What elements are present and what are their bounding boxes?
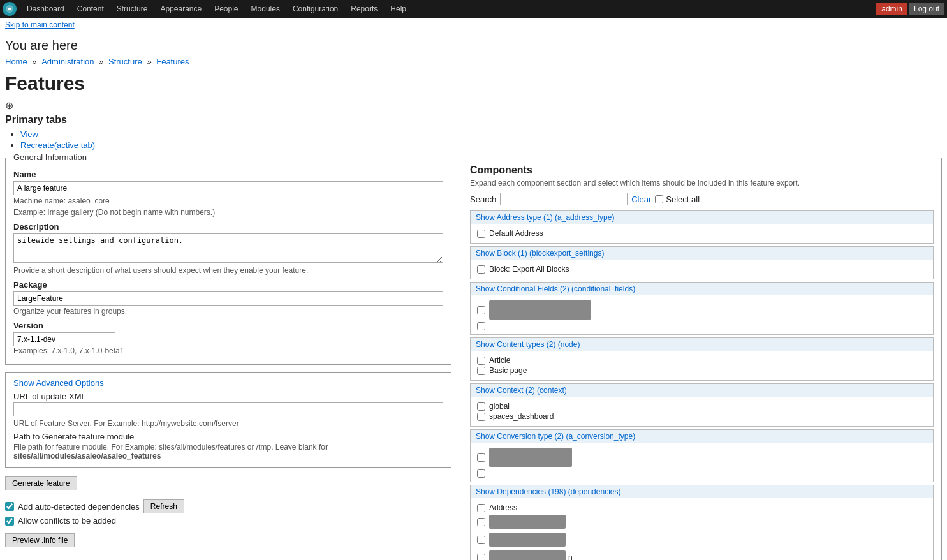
url-note: URL of Feature Server. For Example: http… — [13, 419, 443, 428]
checkbox-conversion-1[interactable] — [477, 453, 485, 462]
tab-view-link[interactable]: View — [20, 129, 38, 139]
refresh-button[interactable]: Refresh — [143, 499, 184, 513]
item-address: Address — [477, 503, 927, 512]
nav-content[interactable]: Content — [71, 0, 110, 18]
section-block-link[interactable]: Show Block (1) (blockexport_settings) — [476, 249, 604, 258]
label-article: Article — [489, 356, 510, 365]
version-input[interactable] — [13, 332, 115, 346]
section-conditional-link[interactable]: Show Conditional Fields (2) (conditional… — [476, 284, 635, 293]
section-dependencies-body[interactable]: Address n — [471, 498, 933, 560]
section-context-body: global spaces_dashboard — [471, 397, 933, 426]
primary-tabs-list: View Recreate(active tab) — [5, 129, 942, 150]
section-address-type-link[interactable]: Show Address type (1) (a_address_type) — [476, 213, 614, 222]
name-example-note: Example: Image gallery (Do not begin nam… — [13, 208, 443, 217]
breadcrumb-features[interactable]: Features — [156, 57, 189, 66]
tab-recreate-link[interactable]: Recreate(active tab) — [20, 140, 95, 150]
desc-input[interactable]: sitewide settings and configuration. — [13, 233, 443, 263]
section-content-types: Show Content types (2) (node) Article Ba… — [470, 337, 934, 381]
nav-appearance[interactable]: Appearance — [154, 0, 208, 18]
plus-icon[interactable]: ⊕ — [0, 97, 947, 114]
checkbox-conditional-1[interactable] — [477, 306, 485, 314]
nav-modules[interactable]: Modules — [245, 0, 286, 18]
nav-dashboard[interactable]: Dashboard — [20, 0, 71, 18]
item-global: global — [477, 402, 927, 411]
machine-name-note: Machine name: asaleo_core — [13, 196, 443, 205]
nav-right: admin Log out — [876, 3, 944, 15]
url-label: URL of update XML — [13, 392, 443, 401]
url-input[interactable] — [13, 402, 443, 416]
select-all-checkbox[interactable] — [655, 195, 663, 203]
section-dependencies: Show Dependencies (198) (dependencies) A… — [470, 485, 934, 560]
item-basic-page: Basic page — [477, 366, 927, 375]
skip-link[interactable]: Skip to main content — [0, 18, 947, 32]
left-panel: General Information Name Machine name: a… — [5, 158, 451, 560]
tab-view: View — [20, 129, 942, 139]
label-spaces-dashboard: spaces_dashboard — [489, 412, 554, 421]
checkbox-spaces-dashboard[interactable] — [477, 413, 485, 421]
search-input[interactable] — [500, 193, 628, 205]
checkbox-dep-3[interactable] — [477, 536, 485, 544]
nav-reports[interactable]: Reports — [344, 0, 384, 18]
preview-info-button[interactable]: Preview .info file — [5, 533, 75, 547]
breadcrumb-structure[interactable]: Structure — [108, 57, 142, 66]
select-all-label: Select all — [666, 195, 700, 204]
name-input[interactable] — [13, 181, 443, 195]
nav-people[interactable]: People — [208, 0, 244, 18]
general-info-legend: General Information — [11, 152, 89, 162]
nav-help[interactable]: Help — [384, 0, 413, 18]
item-article: Article — [477, 356, 927, 365]
section-dependencies-link[interactable]: Show Dependencies (198) (dependencies) — [476, 487, 620, 496]
name-label: Name — [13, 170, 443, 179]
checkbox-article[interactable] — [477, 357, 485, 365]
tab-recreate: Recreate(active tab) — [20, 140, 942, 150]
auto-detect-checkbox[interactable] — [5, 502, 14, 511]
checkbox-dep-2[interactable] — [477, 518, 485, 526]
breadcrumb-home[interactable]: Home — [5, 57, 27, 66]
section-block-header: Show Block (1) (blockexport_settings) — [471, 247, 933, 260]
logout-button[interactable]: Log out — [909, 3, 944, 15]
section-address-type-header: Show Address type (1) (a_address_type) — [471, 211, 933, 224]
checkbox-address[interactable] — [477, 504, 485, 512]
section-conversion-link[interactable]: Show Conversion type (2) (a_conversion_t… — [476, 432, 635, 441]
show-advanced-link[interactable]: Show Advanced Options — [13, 378, 104, 388]
item-default-address: Default Address — [477, 229, 927, 238]
section-content-types-link[interactable]: Show Content types (2) (node) — [476, 340, 580, 349]
breadcrumb-sep-3: » — [147, 57, 154, 66]
breadcrumb-sep-2: » — [99, 57, 106, 66]
primary-tabs-heading: Primary tabs — [5, 114, 942, 126]
section-conversion-type: Show Conversion type (2) (a_conversion_t… — [470, 429, 934, 482]
blurred-dep-2 — [489, 515, 566, 529]
blurred-conditional-1 — [489, 300, 591, 320]
clear-button[interactable]: Clear — [631, 195, 651, 204]
site-logo[interactable] — [3, 2, 17, 16]
section-conditional-fields: Show Conditional Fields (2) (conditional… — [470, 282, 934, 335]
allow-conflicts-checkbox[interactable] — [5, 517, 14, 526]
item-spaces-dashboard: spaces_dashboard — [477, 412, 927, 421]
section-conditional-header: Show Conditional Fields (2) (conditional… — [471, 283, 933, 295]
checkbox-conditional-2[interactable] — [477, 322, 485, 330]
section-content-types-body: Article Basic page — [471, 351, 933, 380]
checkbox-conversion-2[interactable] — [477, 469, 485, 478]
generate-feature-button[interactable]: Generate feature — [5, 476, 77, 490]
admin-user-button[interactable]: admin — [876, 3, 907, 15]
label-export-all-blocks: Block: Export All Blocks — [489, 265, 569, 274]
checkbox-dep-4[interactable] — [477, 554, 485, 561]
desc-note: Provide a short description of what user… — [13, 266, 443, 275]
checkbox-basic-page[interactable] — [477, 367, 485, 375]
breadcrumb-admin[interactable]: Administration — [41, 57, 94, 66]
nav-configuration[interactable]: Configuration — [286, 0, 344, 18]
components-section: Components Expand each component section… — [462, 158, 942, 560]
checkbox-global[interactable] — [477, 402, 485, 411]
package-label: Package — [13, 280, 443, 290]
checkbox-export-all-blocks[interactable] — [477, 265, 485, 274]
components-desc: Expand each component section and select… — [470, 179, 934, 188]
package-input[interactable] — [13, 291, 443, 306]
section-context-link[interactable]: Show Context (2) (context) — [476, 386, 567, 395]
nav-structure[interactable]: Structure — [110, 0, 154, 18]
section-content-types-header: Show Content types (2) (node) — [471, 338, 933, 351]
advanced-options-section: Show Advanced Options URL of update XML … — [5, 372, 451, 468]
checkbox-default-address[interactable] — [477, 230, 485, 238]
item-export-all-blocks: Block: Export All Blocks — [477, 265, 927, 274]
primary-tabs-section: Primary tabs View Recreate(active tab) — [0, 114, 947, 158]
blurred-dep-3 — [489, 533, 566, 547]
